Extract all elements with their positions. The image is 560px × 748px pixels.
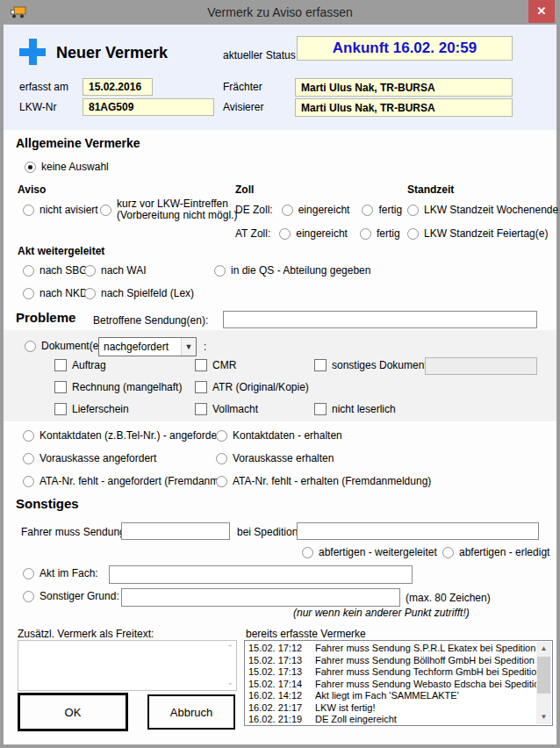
radio-vorauskasse-angefordert[interactable]: Vorauskasse angefordert [23,452,156,464]
radio-nach-sbg[interactable]: nach SBG [23,264,88,277]
scrollbar-up-button[interactable]: ▲ [536,642,551,656]
radio-icon [23,476,34,487]
list-item[interactable]: 15.02. 17:12 Fahrer muss Sendung S.P.R.L… [245,643,536,655]
akt-im-fach-input[interactable] [109,565,413,584]
radio-label: Vorauskasse angefordert [39,452,156,464]
radio-label: Vorauskasse erhalten [233,452,334,464]
radio-de-fertig[interactable] [362,205,373,216]
radio-nach-wai[interactable]: nach WAI [84,264,147,277]
scrollbar-thumb[interactable] [537,657,550,694]
sonstiges-dokument-input[interactable] [425,357,537,375]
fahrer-muss-sendung-label: Fahrer muss Sendung [21,526,126,538]
checkbox-nicht-leserlich[interactable]: nicht leserlich [314,403,396,415]
at-zoll-row: AT Zoll: eingereicht fertig [235,227,400,240]
sonstiger-grund-input[interactable] [121,588,400,607]
list-item[interactable]: 16.02. 21:17 LKW ist fertig! [245,702,536,715]
radio-nach-spielfeld[interactable]: nach Spielfeld (Lex) [84,287,194,299]
radio-ata-erhalten[interactable]: ATA-Nr. fehlt - erhalten (Fremdanmeldung… [216,475,431,487]
radio-qs-abteilung[interactable]: in die QS - Abteilung gegeben [214,264,370,277]
entry-text: Akt liegt im Fach 'SAMMELAKTE' [315,690,536,702]
radio-kontaktdaten-erhalten[interactable]: Kontaktdaten - erhalten [216,429,342,442]
scroll-down-icon[interactable]: ⌄ [226,679,233,687]
list-item[interactable]: 15.02. 17:14 Fahrer muss Sendung Webasto… [245,679,536,691]
checkbox-label: sonstiges Dokument: [332,359,430,371]
ok-button[interactable]: OK [18,693,128,731]
radio-icon [23,430,34,442]
radio-nach-nkd[interactable]: nach NKD [23,287,88,299]
radio-kontaktdaten-angefordert[interactable]: Kontaktdaten (z.B.Tel-Nr.) - angefordert [23,429,223,442]
vermerke-listbox[interactable]: 15.02. 17:12 Fahrer muss Sendung S.P.R.L… [244,640,553,726]
checkbox-vollmacht[interactable]: Vollmacht [195,403,258,415]
hint-note: (nur wenn kein anderer Punkt zutrifft!) [293,607,470,619]
checkbox-icon [314,359,327,371]
bei-spedition-input[interactable] [297,522,539,540]
entry-text: Fahrer muss Sendung S.P.R.L Ekatex bei S… [315,643,536,655]
checkbox-sonstiges-dokument[interactable]: sonstiges Dokument: [314,359,430,371]
radio-icon [302,547,313,558]
dialog-client-area: Neuer Vermerk aktueller Status Ankunft 1… [4,25,556,744]
radio-icon [25,162,36,173]
radio-kurz-vor-lkw-eintreffen[interactable]: kurz vor LKW-Eintreffen (Vorbereitung ni… [100,198,237,221]
entry-text: Fahrer muss Sendung Techform GmbH bei Sp… [315,666,536,679]
status-value-field: Ankunft 16.02. 20:59 [297,36,513,61]
radio-abfertigen-erledigt[interactable]: abfertigen - erledigt [442,546,549,558]
scrollbar-down-button[interactable]: ▼ [536,710,551,724]
list-item[interactable]: 16.02. 21:19 DE Zoll eingereicht [245,714,536,726]
radio-nicht-avisiert[interactable]: nicht avisiert [23,204,98,216]
erfasst-am-field[interactable]: 15.02.2016 [83,78,153,96]
radio-label: eingereicht [296,227,348,240]
checkbox-atr[interactable]: ATR (Original/Kopie) [195,381,309,393]
titlebar[interactable]: Vermerk zu Aviso erfassen ✕ [0,0,560,25]
checkbox-cmr[interactable]: CMR [195,359,236,371]
standzeit-heading: Standzeit [407,183,454,196]
list-item[interactable]: 15.02. 17:13 Fahrer muss Sendung Böllhof… [245,655,536,667]
radio-sonstiger-grund[interactable]: Sonstiger Grund: [23,590,119,602]
radio-standzeit-feiertag[interactable]: LKW Standzeit Feiertag(e) [407,227,548,240]
radio-icon [84,288,96,299]
dokumente-colon: : [204,341,206,353]
entry-time: 16.02. 21:17 [245,702,315,715]
radio-abfertigen-weitergeleitet[interactable]: abfertigen - weitergeleitet [302,546,437,558]
list-scrollbar[interactable]: ▲ ▼ [536,642,551,724]
radio-vorauskasse-erhalten[interactable]: Vorauskasse erhalten [216,452,334,464]
entry-text: Fahrer muss Sendung Webasto Edscha bei S… [315,679,536,691]
de-zoll-row: DE Zoll: eingereicht fertig [235,204,402,216]
betroffene-sendungen-input[interactable] [223,311,537,328]
fraechter-field[interactable]: Marti Ulus Nak, TR-BURSA [295,78,513,97]
chevron-down-icon: ▼ [181,338,196,356]
dialog-window: Vermerk zu Aviso erfassen ✕ Neuer Vermer… [0,0,560,748]
erfasst-am-label: erfasst am [19,81,68,93]
checkbox-rechnung[interactable]: Rechnung (mangelhaft) [54,381,182,393]
entry-time: 15.02. 17:13 [245,655,315,667]
checkbox-lieferschein[interactable]: Lieferschein [54,403,129,415]
radio-de-eingereicht[interactable] [282,205,293,216]
entry-time: 16.02. 21:19 [245,714,315,726]
radio-akt-im-fach[interactable]: Akt im Fach: [23,567,98,579]
radio-at-fertig[interactable] [360,228,371,240]
list-item[interactable]: 15.02. 17:13 Fahrer muss Sendung Techfor… [245,666,536,679]
close-button[interactable]: ✕ [528,0,555,23]
radio-label: fertig [377,227,400,240]
lkw-nr-field[interactable]: 81AG509 [83,98,214,116]
dokumente-dropdown[interactable]: nachgefordert ▼ [98,337,197,356]
checkbox-label: Lieferschein [72,403,129,415]
list-item[interactable]: 16.02. 14:12 Akt liegt im Fach 'SAMMELAK… [245,690,536,702]
scroll-up-icon[interactable]: ⌃ [226,644,233,652]
checkbox-icon [54,381,67,393]
radio-ata-angefordert[interactable]: ATA-Nr. fehlt - angefordert (Fremdanm.) [23,475,226,487]
radio-label: nach SBG [39,264,88,277]
radio-icon [216,453,227,464]
radio-icon [407,205,419,216]
cancel-button[interactable]: Abbruch [147,694,235,730]
avisierer-field[interactable]: Marti Ulus Nak, TR-BURSA [295,98,513,117]
radio-standzeit-wochenende[interactable]: LKW Standzeit Wochenende [407,204,558,216]
freitext-textarea[interactable]: ⌃ ⌄ [18,640,237,691]
radio-icon [216,476,227,487]
checkbox-auftrag[interactable]: Auftrag [54,359,106,371]
radio-icon [25,341,36,352]
radio-at-eingereicht[interactable] [279,228,291,240]
checkbox-icon [314,403,327,415]
fahrer-sendung-input[interactable] [121,522,230,540]
radio-dokumente[interactable]: Dokument(e) [25,340,102,352]
radio-keine-auswahl[interactable]: keine Auswahl [25,161,109,173]
